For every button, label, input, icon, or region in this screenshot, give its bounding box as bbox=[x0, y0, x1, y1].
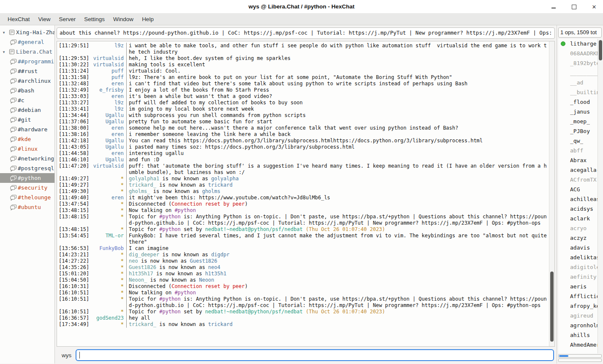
userlist-item[interactable]: acegalla- bbox=[558, 165, 603, 175]
userlist-item[interactable]: _flood bbox=[558, 97, 603, 107]
userlist-item[interactable]: _________ bbox=[558, 68, 603, 78]
userlist-item[interactable]: __builtin bbox=[558, 87, 603, 97]
userlist-item[interactable]: _PJBoy bbox=[558, 126, 603, 136]
channel-tree[interactable]: Xing-Hai-Zhan#generalLibera.Chat##progra… bbox=[0, 25, 55, 364]
userlist-item[interactable]: agronholm bbox=[558, 321, 603, 330]
message-nick[interactable]: Ugallu bbox=[90, 112, 127, 119]
userlist-item[interactable]: acryo bbox=[558, 223, 603, 233]
userlist-item[interactable]: acidsys bbox=[558, 204, 603, 214]
message-nick[interactable]: eren bbox=[90, 150, 127, 157]
message-nick[interactable]: eren bbox=[90, 125, 127, 131]
userlist-item[interactable]: __ad bbox=[558, 78, 603, 87]
server-row-libera-chat[interactable]: Libera.Chat bbox=[0, 47, 54, 57]
message-link-text[interactable]: it might've been this: https://www.youtu… bbox=[129, 195, 330, 201]
userlist-item[interactable]: Abrax bbox=[558, 155, 603, 165]
userlist-item[interactable]: _moep_ bbox=[558, 117, 603, 126]
message-nick[interactable]: l9z bbox=[90, 43, 127, 55]
userlist-item[interactable]: aczyz bbox=[558, 233, 603, 243]
menu-settings[interactable]: Settings bbox=[80, 14, 109, 24]
sidebar-item-hardware[interactable]: #hardware bbox=[0, 125, 54, 134]
message-nick[interactable]: Ugallu bbox=[90, 119, 127, 125]
userlist-item[interactable]: agireud bbox=[558, 311, 603, 321]
userlist-item[interactable]: _janus bbox=[558, 107, 603, 117]
userlist-item[interactable]: adavis bbox=[558, 243, 603, 253]
own-nick-label[interactable]: wys bbox=[62, 352, 71, 359]
sidebar-item-rust[interactable]: ##rust bbox=[0, 66, 54, 76]
sidebar-item-python[interactable]: #python bbox=[0, 173, 54, 183]
message-nick[interactable]: TML-or bbox=[90, 233, 127, 245]
message-nick[interactable]: Ugallu bbox=[90, 138, 127, 144]
topic-input[interactable]: about this channel? https://pound-python… bbox=[57, 27, 555, 39]
userlist-item[interactable]: aeris bbox=[558, 282, 603, 291]
userlist-item[interactable]: abff bbox=[558, 146, 603, 155]
close-icon[interactable] bbox=[590, 3, 598, 11]
sidebar-item-c[interactable]: #c bbox=[0, 95, 54, 105]
userlist-item[interactable]: afropy_ke bbox=[558, 301, 603, 311]
userlist-item[interactable]: ACfromTX bbox=[558, 175, 603, 185]
userlist-item[interactable]: achilleas bbox=[558, 194, 603, 204]
userlist-item[interactable]: Afflictio bbox=[558, 291, 603, 301]
sidebar-item-networking[interactable]: #networking bbox=[0, 154, 54, 163]
message-nick[interactable]: puff bbox=[90, 68, 127, 74]
message-input[interactable] bbox=[76, 349, 554, 361]
message-link-text[interactable]: is: Anything Python is on-topic. | Don't… bbox=[129, 296, 547, 308]
expander-icon[interactable] bbox=[0, 49, 8, 55]
expander-icon[interactable] bbox=[0, 29, 8, 35]
sidebar-item-ubuntu[interactable]: #ubuntu bbox=[0, 202, 54, 212]
message-nick[interactable]: virtualsid bbox=[90, 55, 127, 62]
userlist-item[interactable]: aefinity bbox=[558, 272, 603, 282]
sidebar-item-linux[interactable]: #linux bbox=[0, 144, 54, 154]
message-nick[interactable]: Ugallu bbox=[90, 144, 127, 150]
maximize-icon[interactable] bbox=[570, 3, 578, 11]
chat-scrollbar[interactable] bbox=[549, 41, 554, 346]
message-nick[interactable]: eren bbox=[90, 93, 127, 100]
userlist-item[interactable]: ACG bbox=[558, 185, 603, 194]
userlist-scrollbar[interactable] bbox=[598, 39, 603, 353]
userlist-item[interactable]: ahills bbox=[558, 330, 603, 340]
message-nick[interactable]: puff bbox=[90, 74, 127, 81]
message-link-text[interactable]: You can read this https://docs.python.or… bbox=[129, 138, 483, 144]
sidebar-item-debian[interactable]: #debian bbox=[0, 105, 54, 115]
menu-server[interactable]: Server bbox=[55, 14, 80, 24]
message-nick[interactable]: FunkyBob bbox=[90, 245, 127, 252]
message-nick[interactable]: e_frisby bbox=[90, 87, 127, 93]
server-row-xing-hai-zhan[interactable]: Xing-Hai-Zhan bbox=[0, 27, 54, 37]
user-list[interactable]: litharge068AADRKN_8192byte___________ad_… bbox=[558, 39, 603, 353]
userlist-scrollbar-thumb[interactable] bbox=[599, 40, 602, 60]
userlist-item[interactable]: adeliktas bbox=[558, 253, 603, 262]
sidebar-item-bash[interactable]: #bash bbox=[0, 86, 54, 95]
message-nick[interactable]: eren bbox=[90, 195, 127, 201]
message-link-text[interactable]: is: Anything Python is on-topic. | Don't… bbox=[129, 214, 547, 226]
chat-log[interactable]: [11:29:51]l9zi want be able to make tool… bbox=[57, 41, 555, 347]
sidebar-item-kde[interactable]: #kde bbox=[0, 134, 54, 144]
menu-window[interactable]: Window bbox=[109, 14, 138, 24]
sidebar-item-archlinux[interactable]: #archlinux bbox=[0, 76, 54, 86]
message-nick[interactable]: godSend23 bbox=[90, 315, 127, 321]
userlist-item[interactable]: adigitole bbox=[558, 262, 603, 272]
userlist-item[interactable]: 068AADRKN bbox=[558, 49, 603, 58]
message-nick[interactable]: l9z bbox=[90, 100, 127, 106]
menu-hexchat[interactable]: HexChat bbox=[3, 14, 34, 24]
userlist-item[interactable]: aclark bbox=[558, 214, 603, 223]
minimize-icon[interactable] bbox=[550, 3, 557, 11]
message-nick[interactable]: virtualsid bbox=[90, 62, 127, 68]
sidebar-item-programming[interactable]: ##programming bbox=[0, 57, 54, 66]
chat-scrollbar-thumb[interactable] bbox=[550, 272, 554, 342]
sidebar-item-postgresql[interactable]: #postgresql bbox=[0, 163, 54, 173]
sidebar-item-git[interactable]: #git bbox=[0, 115, 54, 125]
message-nick[interactable]: eren bbox=[90, 81, 127, 87]
sidebar-item-general[interactable]: #general bbox=[0, 37, 54, 47]
message-link-text[interactable]: i pasted many times soz: https://docs.py… bbox=[129, 144, 355, 150]
userlist-item[interactable]: litharge bbox=[558, 39, 603, 49]
message-nick[interactable]: virtualsid bbox=[90, 163, 127, 176]
message-nick[interactable]: Ugallu bbox=[90, 157, 127, 163]
userlist-item[interactable]: _8192byte bbox=[558, 58, 603, 68]
menu-view[interactable]: View bbox=[34, 14, 55, 24]
menu-help[interactable]: Help bbox=[138, 14, 158, 24]
userlist-item[interactable]: _qw_ bbox=[558, 136, 603, 146]
sidebar-item-security[interactable]: #security bbox=[0, 183, 54, 193]
message-nick[interactable]: eren bbox=[90, 131, 127, 138]
message-nick[interactable]: l9z bbox=[90, 106, 127, 112]
sidebar-item-thelounge[interactable]: #thelounge bbox=[0, 193, 54, 202]
userlist-item[interactable]: AhmedAmer bbox=[558, 340, 603, 350]
